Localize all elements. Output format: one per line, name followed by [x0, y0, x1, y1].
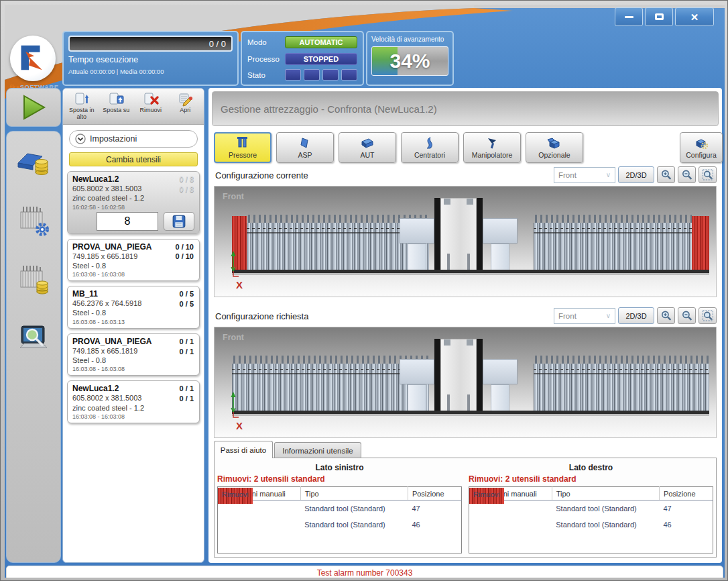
zoom-out-icon — [681, 169, 693, 180]
zoom-out-button[interactable] — [678, 166, 696, 183]
close-button[interactable]: ✕ — [675, 7, 714, 26]
required-config-viewport[interactable]: Front — [214, 327, 717, 438]
column-header: Tipo — [552, 487, 659, 500]
zoom-fit-button[interactable] — [699, 307, 717, 324]
sposta-su-button[interactable]: Sposta su — [99, 90, 134, 124]
cambia-utensili-button[interactable]: Cambia utensili — [69, 152, 198, 166]
maximize-button[interactable] — [645, 7, 673, 26]
section-label: Configurazione corrente — [215, 170, 308, 180]
axis-indicator: X — [228, 392, 255, 433]
job-material: Steel - 0.8 — [72, 308, 194, 317]
toggle-2d3d-button[interactable]: 2D/3D — [618, 307, 654, 324]
job-times: 16:02:58 - 16:02:58 — [72, 204, 194, 211]
tab-manipolatore[interactable]: Manipolatore — [463, 132, 521, 163]
page-title: Gestione attrezzaggio - Confronta (NewLu… — [212, 91, 719, 126]
remove-alert: Rimuovi: 2 utensili standard — [217, 474, 462, 484]
impostazioni-expander[interactable]: Impostazioni — [69, 130, 198, 148]
x-axis-label: X — [236, 420, 243, 431]
sidebar-item-part-database[interactable] — [14, 142, 53, 180]
sposta-in-alto-button[interactable]: Sposta in alto — [64, 90, 99, 124]
tab-pressore[interactable]: Pressore — [214, 132, 271, 163]
rimuovi-button[interactable]: Rimuovi — [133, 90, 168, 124]
guide-bar — [434, 339, 440, 414]
column-leg — [447, 394, 450, 412]
stato-square — [322, 69, 339, 81]
zoom-in-icon — [660, 169, 672, 180]
required-config-controls: Front ∨ 2D/3D — [554, 307, 717, 324]
start-button[interactable] — [6, 88, 61, 127]
part-database-icon — [15, 146, 52, 176]
job-name: NewLuca1.2 — [72, 174, 194, 184]
tab-informazioni-utensile[interactable]: Informazioni utensile — [274, 442, 361, 458]
manual-operations-table: Operazioni manuali Tipo Posizione Rimuov… — [469, 486, 713, 553]
centratori-icon — [422, 136, 438, 150]
clamp-block — [483, 218, 518, 244]
apri-button[interactable]: Apri — [168, 90, 203, 124]
feed-speed-value: 34% — [372, 47, 448, 75]
minimize-button[interactable] — [615, 7, 643, 26]
current-config-controls: Front ∨ 2D/3D — [554, 166, 717, 183]
clamp-pedestal — [408, 384, 426, 414]
table-row[interactable]: Rimuovi Standard tool (Standard) 47 — [469, 500, 713, 517]
die-shoulder-line — [534, 373, 709, 374]
tab-asp[interactable]: ASP — [276, 132, 334, 163]
sidebar-item-tooling-setup[interactable] — [14, 201, 53, 239]
diagnostics-icon — [16, 323, 51, 353]
current-config-viewport[interactable]: Front — [214, 186, 717, 297]
job-name: NewLuca1.2 — [72, 384, 194, 393]
button-label: Sposta in alto — [64, 107, 99, 121]
job-counters: 0 / 50 / 5 — [180, 289, 194, 309]
job-counters: 0 / 10 / 1 — [180, 384, 194, 404]
zoom-in-button[interactable] — [657, 307, 675, 324]
job-card-selected[interactable]: NewLuca1.2 605.8002 x 381.5003 zinc coat… — [67, 171, 200, 234]
clamp-block — [400, 218, 434, 244]
job-list-toolbar: Sposta in alto Sposta su Rimuovi — [63, 89, 204, 125]
execution-counter: 0 / 0 — [209, 39, 226, 49]
alarm-status-bar[interactable]: Test alarm number 700343 — [6, 566, 723, 578]
job-card[interactable]: PROVA_UNA_PIEGA 749.185 x 665.1819 Steel… — [67, 239, 200, 282]
center-clamp-assembly — [400, 339, 531, 414]
button-label: Apri — [180, 107, 190, 113]
configura-button[interactable]: Configura — [680, 132, 723, 163]
tab-label: Pressore — [229, 151, 257, 159]
table-row[interactable]: Rimuovi Standard tool (Standard) 46 — [218, 517, 462, 533]
table-row[interactable]: Rimuovi Standard tool (Standard) 46 — [469, 517, 713, 533]
job-card[interactable]: MB_11 456.2376 x 764.5918 Steel - 0.8 16… — [67, 286, 200, 329]
tab-aut[interactable]: AUT — [339, 132, 396, 163]
logo-arrow-icon — [10, 36, 54, 80]
help-steps-panel: Lato sinistro Rimuovi: 2 utensili standa… — [214, 458, 717, 558]
toggle-2d3d-button[interactable]: 2D/3D — [618, 166, 654, 183]
column-header: Tipo — [300, 487, 408, 500]
save-quantity-button[interactable] — [164, 212, 194, 231]
job-card[interactable]: NewLuca1.2 605.8002 x 381.5003 zinc coat… — [67, 380, 200, 423]
column-notch — [444, 199, 450, 205]
tab-label: AUT — [361, 151, 375, 159]
view-select[interactable]: Front ∨ — [554, 308, 615, 324]
tab-passi-di-aiuto[interactable]: Passi di aiuto — [214, 441, 273, 458]
right-side-section: Lato destro Rimuovi: 2 utensili standard… — [469, 462, 713, 553]
zoom-fit-button[interactable] — [699, 166, 717, 183]
clamp-pedestal — [491, 384, 509, 414]
view-select[interactable]: Front ∨ — [554, 167, 615, 183]
sidebar-item-diagnostics[interactable] — [14, 319, 53, 357]
quantity-input[interactable] — [97, 212, 158, 231]
zoom-out-button[interactable] — [678, 307, 696, 324]
table-row[interactable]: Rimuovi Standard tool (Standard) 47 — [218, 500, 462, 517]
stato-indicator-squares — [285, 69, 357, 81]
tab-opzionale[interactable]: Opzionale — [526, 132, 583, 163]
execution-progressbar: 0 / 0 — [68, 36, 233, 52]
sidebar-item-tool-database[interactable] — [14, 260, 53, 298]
tab-centratori[interactable]: Centratori — [401, 132, 459, 163]
column-notch — [467, 199, 473, 205]
clamp-pedestal — [408, 244, 426, 273]
clamp-block — [483, 359, 518, 384]
tool-database-icon — [15, 263, 52, 295]
move-up-icon — [108, 92, 124, 107]
job-card[interactable]: PROVA_UNA_PIEGA 749.185 x 665.1819 Steel… — [67, 333, 200, 376]
modo-label: Modo — [247, 38, 285, 46]
column-notch — [444, 339, 450, 346]
section-title: Lato sinistro — [217, 463, 462, 472]
tab-label: Centratori — [414, 151, 445, 159]
zoom-in-button[interactable] — [657, 166, 675, 183]
zoom-fit-icon — [702, 310, 714, 321]
